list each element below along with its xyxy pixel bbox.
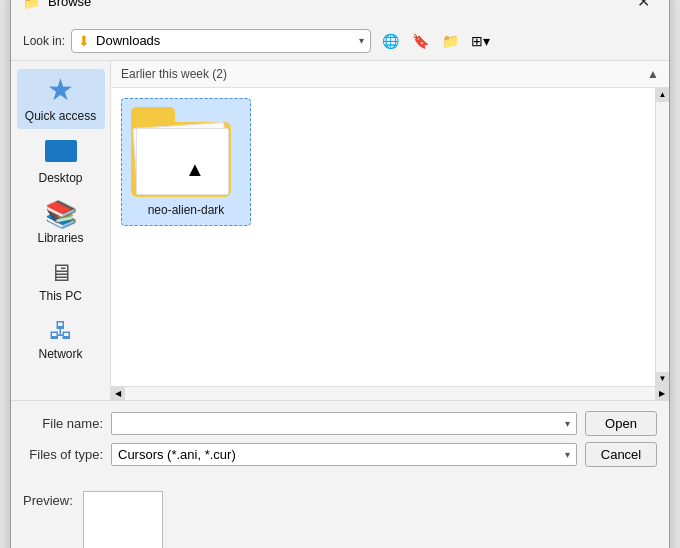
- dropdown-folder-icon: ⬇: [78, 33, 90, 49]
- files-of-type-row: Files of type: Cursors (*.ani, *.cur) ▾ …: [23, 442, 657, 467]
- toolbar-icons: 🌐 🔖 📁 ⊞▾: [377, 28, 493, 54]
- preview-label: Preview:: [23, 491, 73, 508]
- horizontal-scrollbar[interactable]: ◀ ▶: [111, 386, 669, 400]
- dropdown-arrow-icon: ▾: [359, 35, 364, 46]
- open-button[interactable]: Open: [585, 411, 657, 436]
- scroll-up-button[interactable]: ▲: [656, 88, 670, 102]
- sidebar-item-label-libraries: Libraries: [37, 231, 83, 245]
- file-grid: ▲ neo-alien-dark: [111, 88, 655, 386]
- scroll-right-button[interactable]: ▶: [655, 386, 669, 400]
- file-name: neo-alien-dark: [148, 203, 225, 217]
- quick-access-icon: ★: [47, 75, 74, 105]
- sidebar-item-label-quick-access: Quick access: [25, 109, 96, 123]
- current-folder-label: Downloads: [96, 33, 353, 48]
- sidebar-item-label-desktop: Desktop: [38, 171, 82, 185]
- toolbar: Look in: ⬇ Downloads ▾ 🌐 🔖 📁 ⊞▾: [11, 22, 669, 60]
- preview-area: Preview: wsxdn.com: [11, 483, 669, 549]
- sidebar: ★ Quick access Desktop 📚 Libraries 🖥 Thi…: [11, 61, 111, 400]
- content-area: Earlier this week (2) ▲: [111, 61, 669, 400]
- dialog-title: Browse: [48, 0, 91, 9]
- section-label: Earlier this week (2): [121, 67, 227, 81]
- content-header: Earlier this week (2) ▲: [111, 61, 669, 88]
- files-of-type-arrow[interactable]: ▾: [565, 449, 570, 460]
- look-in-dropdown[interactable]: ⬇ Downloads ▾: [71, 29, 371, 53]
- form-area: File name: ▾ Open Files of type: Cursors…: [11, 400, 669, 483]
- bookmark-icon-button[interactable]: 🔖: [407, 28, 433, 54]
- sidebar-item-label-this-pc: This PC: [39, 289, 82, 303]
- file-name-input[interactable]: [118, 416, 565, 431]
- file-item-neo-alien-dark[interactable]: ▲ neo-alien-dark: [121, 98, 251, 226]
- close-button[interactable]: ✕: [629, 0, 657, 16]
- libraries-icon: 📚: [45, 201, 77, 227]
- cancel-button[interactable]: Cancel: [585, 442, 657, 467]
- this-pc-icon: 🖥: [49, 261, 73, 285]
- preview-box: [83, 491, 163, 549]
- folder-visual: ▲: [131, 107, 241, 197]
- sidebar-item-label-network: Network: [38, 347, 82, 361]
- view-icon-button[interactable]: ⊞▾: [467, 28, 493, 54]
- folder-page-front: [136, 128, 229, 195]
- file-name-row: File name: ▾ Open: [23, 411, 657, 436]
- sidebar-item-desktop[interactable]: Desktop: [17, 133, 105, 191]
- file-name-label: File name:: [23, 416, 103, 431]
- files-of-type-label: Files of type:: [23, 447, 103, 462]
- sidebar-item-network[interactable]: 🖧 Network: [17, 313, 105, 367]
- main-area: ★ Quick access Desktop 📚 Libraries 🖥 Thi…: [11, 60, 669, 400]
- web-icon-button[interactable]: 🌐: [377, 28, 403, 54]
- sidebar-item-libraries[interactable]: 📚 Libraries: [17, 195, 105, 251]
- file-name-input-wrap: ▾: [111, 412, 577, 435]
- title-bar: 📁 Browse ✕: [11, 0, 669, 22]
- sidebar-item-quick-access[interactable]: ★ Quick access: [17, 69, 105, 129]
- title-bar-left: 📁 Browse: [23, 0, 91, 10]
- collapse-button[interactable]: ▲: [647, 67, 659, 81]
- desktop-icon: [45, 139, 77, 167]
- folder-tab: [131, 107, 175, 122]
- look-in-label: Look in:: [23, 34, 65, 48]
- new-folder-icon-button[interactable]: 📁: [437, 28, 463, 54]
- vertical-scrollbar[interactable]: ▲ ▼: [655, 88, 669, 386]
- file-name-dropdown-arrow[interactable]: ▾: [565, 418, 570, 429]
- browse-dialog: 📁 Browse ✕ Look in: ⬇ Downloads ▾ 🌐 🔖 📁 …: [10, 0, 670, 548]
- dialog-icon: 📁: [23, 0, 40, 10]
- scroll-left-button[interactable]: ◀: [111, 386, 125, 400]
- files-of-type-select[interactable]: Cursors (*.ani, *.cur) ▾: [111, 443, 577, 466]
- sidebar-item-this-pc[interactable]: 🖥 This PC: [17, 255, 105, 309]
- files-of-type-value: Cursors (*.ani, *.cur): [118, 447, 565, 462]
- scroll-down-button[interactable]: ▼: [656, 372, 670, 386]
- cursor-icon: ▲: [185, 159, 205, 179]
- network-icon: 🖧: [49, 319, 73, 343]
